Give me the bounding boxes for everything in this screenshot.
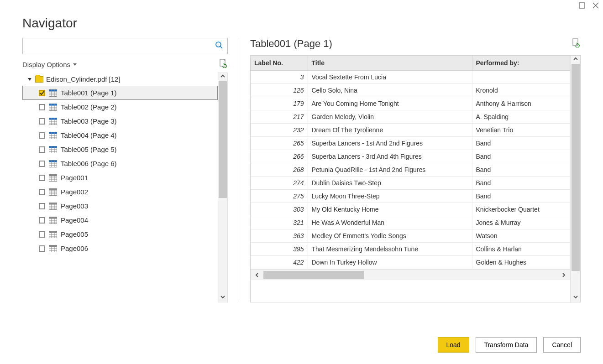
tree-item[interactable]: Table004 (Page 4) xyxy=(22,128,218,142)
column-header-performed-by[interactable]: Performed by: xyxy=(472,56,570,71)
cell-performed-by: Band xyxy=(472,177,570,190)
cell-performed-by: Collins & Harlan xyxy=(472,243,570,256)
table-row[interactable]: 363Medley Of Emmett's Yodle SongsWatson xyxy=(251,229,570,243)
scroll-down-icon[interactable] xyxy=(572,294,579,302)
display-options-dropdown[interactable]: Display Options xyxy=(22,61,77,68)
scroll-right-icon[interactable] xyxy=(557,270,570,281)
checkbox[interactable] xyxy=(39,245,45,252)
transform-data-button[interactable]: Transform Data xyxy=(476,337,537,353)
tree-item[interactable]: Table006 (Page 6) xyxy=(22,156,218,171)
cell-title: That Mesmerizing Mendelssohn Tune xyxy=(308,243,472,256)
tree-item[interactable]: Page002 xyxy=(22,185,218,199)
cell-title: My Old Kentucky Home xyxy=(308,203,472,216)
tree-item[interactable]: Page004 xyxy=(22,213,218,227)
scroll-thumb-h[interactable] xyxy=(263,271,364,279)
checkbox[interactable] xyxy=(39,231,45,238)
close-icon[interactable] xyxy=(593,2,599,9)
page-icon xyxy=(49,217,57,224)
table-icon xyxy=(49,118,57,125)
search-button[interactable] xyxy=(211,38,227,54)
svg-rect-13 xyxy=(49,104,57,105)
table-row[interactable]: 217Garden Melody, ViolinA. Spalding xyxy=(251,110,570,124)
search-input[interactable] xyxy=(23,38,211,54)
table-row[interactable]: 303My Old Kentucky HomeKnickerbocker Qua… xyxy=(251,203,570,216)
table-row[interactable]: 274Dublin Daisies Two-StepBand xyxy=(251,177,570,190)
grid-horizontal-scrollbar[interactable] xyxy=(251,269,570,280)
scroll-left-icon[interactable] xyxy=(251,270,263,281)
cell-label-no: 217 xyxy=(251,110,308,124)
refresh-preview-button[interactable] xyxy=(572,38,581,49)
window-controls xyxy=(579,2,599,9)
table-icon xyxy=(49,89,57,97)
page-icon xyxy=(49,188,57,196)
tree-root[interactable]: Edison_Cylinder.pdf [12] xyxy=(22,73,218,86)
tree-scrollbar[interactable] xyxy=(218,73,228,302)
cell-title: Down In Turkey Hollow xyxy=(308,256,472,269)
table-row[interactable]: 232Dream Of The TyrolienneVenetian Trio xyxy=(251,124,570,137)
table-row[interactable]: 422Down In Turkey HollowGolden & Hughes xyxy=(251,256,570,269)
checkbox[interactable] xyxy=(39,189,45,195)
table-row[interactable]: 275Lucky Moon Three-StepBand xyxy=(251,190,570,203)
tree-item[interactable]: Page003 xyxy=(22,199,218,213)
tree-item-label: Page003 xyxy=(61,202,88,210)
checkbox[interactable] xyxy=(39,146,45,153)
cell-performed-by xyxy=(472,71,570,84)
table-row[interactable]: 266Superba Lancers - 3rd And 4th Figures… xyxy=(251,150,570,163)
cell-label-no: 3 xyxy=(251,71,308,84)
checkbox[interactable] xyxy=(39,90,45,96)
tree-item[interactable]: Page005 xyxy=(22,227,218,241)
cell-label-no: 265 xyxy=(251,137,308,150)
scroll-up-icon[interactable] xyxy=(572,56,579,64)
checkbox[interactable] xyxy=(39,203,45,209)
scroll-thumb[interactable] xyxy=(219,81,227,198)
cell-label-no: 126 xyxy=(251,84,308,97)
table-row[interactable]: 265Superba Lancers - 1st And 2nd Figures… xyxy=(251,137,570,150)
scroll-down-icon[interactable] xyxy=(220,294,226,302)
tree-root-label: Edison_Cylinder.pdf [12] xyxy=(46,75,121,83)
tree-item[interactable]: Page001 xyxy=(22,171,218,185)
checkbox[interactable] xyxy=(39,175,45,181)
cell-title: Superba Lancers - 3rd And 4th Figures xyxy=(308,150,472,163)
chevron-down-icon xyxy=(73,63,77,66)
left-pane: Display Options xyxy=(22,38,228,302)
load-button[interactable]: Load xyxy=(438,337,469,353)
table-row[interactable]: 179Are You Coming Home TonightAnthony & … xyxy=(251,97,570,110)
checkbox[interactable] xyxy=(39,161,45,167)
scroll-thumb[interactable] xyxy=(572,64,580,271)
table-icon xyxy=(49,160,57,167)
table-row[interactable]: 126Cello Solo, NinaKronold xyxy=(251,84,570,97)
svg-rect-37 xyxy=(49,160,57,162)
refresh-tree-button[interactable] xyxy=(219,59,228,70)
table-row[interactable]: 268Petunia QuadRille - 1st And 2nd Figur… xyxy=(251,163,570,177)
table-row[interactable]: 3Vocal Sextette From Lucia xyxy=(251,71,570,84)
cell-performed-by: Band xyxy=(472,190,570,203)
checkbox[interactable] xyxy=(39,118,45,125)
pane-divider xyxy=(239,38,239,302)
cell-label-no: 232 xyxy=(251,124,308,137)
grid-vertical-scrollbar[interactable] xyxy=(570,56,580,302)
checkbox[interactable] xyxy=(39,104,45,110)
page-refresh-icon xyxy=(219,59,228,68)
tree-item[interactable]: Page006 xyxy=(22,241,218,255)
tree-item[interactable]: Table003 (Page 3) xyxy=(22,114,218,128)
tree-item-label: Page001 xyxy=(61,174,88,182)
cell-title: He Was A Wonderful Man xyxy=(308,216,472,229)
tree-item[interactable]: Table005 (Page 5) xyxy=(22,142,218,156)
column-header-label-no[interactable]: Label No. xyxy=(251,56,308,71)
page-icon xyxy=(49,231,57,238)
checkbox[interactable] xyxy=(39,132,45,139)
table-row[interactable]: 395That Mesmerizing Mendelssohn TuneColl… xyxy=(251,243,570,256)
column-header-title[interactable]: Title xyxy=(308,56,472,71)
checkbox[interactable] xyxy=(39,217,45,224)
scroll-up-icon[interactable] xyxy=(220,73,226,81)
cancel-button[interactable]: Cancel xyxy=(543,337,581,353)
svg-rect-43 xyxy=(49,174,57,176)
table-row[interactable]: 321He Was A Wonderful ManJones & Murray xyxy=(251,216,570,229)
svg-rect-7 xyxy=(49,89,57,91)
maximize-icon[interactable] xyxy=(579,2,585,9)
cell-performed-by: Kronold xyxy=(472,84,570,97)
tree-item[interactable]: Table001 (Page 1) xyxy=(22,86,218,100)
tree-item[interactable]: Table002 (Page 2) xyxy=(22,100,218,114)
page-icon xyxy=(49,245,57,252)
cell-label-no: 268 xyxy=(251,163,308,177)
